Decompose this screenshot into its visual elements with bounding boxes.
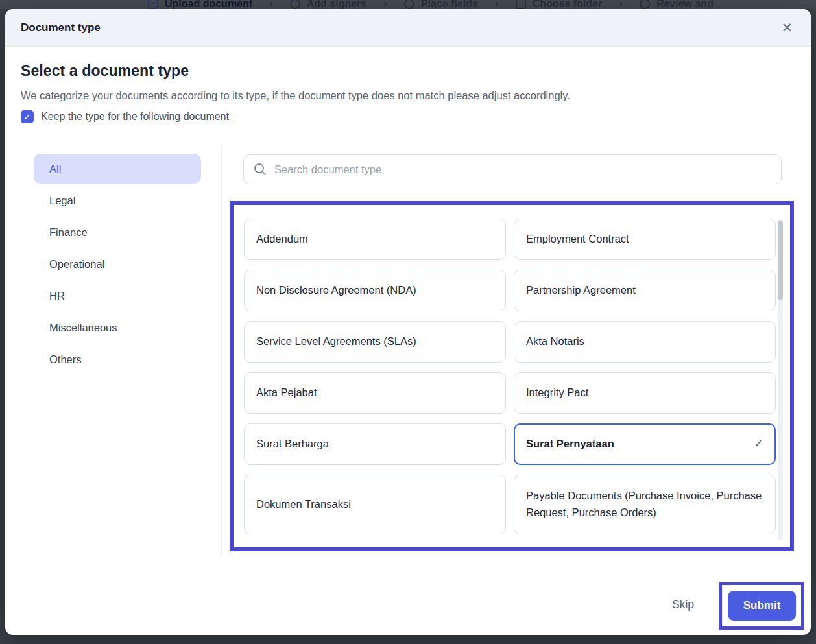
document-type-label: Employment Contract [526,231,629,248]
submit-button[interactable]: Submit [728,591,796,621]
chevron-right-icon: › [269,0,273,9]
category-sidebar: AllLegalFinanceOperationalHRMiscellaneou… [34,154,201,374]
document-type-card-addendum[interactable]: Addendum [244,219,506,260]
document-type-label: Akta Notaris [526,333,584,350]
keep-type-checkbox-row[interactable]: ✓ Keep the type for the following docume… [21,110,229,123]
step-label: Add signers [307,0,366,9]
chevron-right-icon: › [383,0,387,9]
document-type-card-surat-pernyataan[interactable]: Surat Pernyataan✓ [514,423,776,465]
circle-icon [640,0,650,9]
folder-icon [516,0,526,9]
document-type-modal: Document type ✕ Select a document type W… [5,9,811,635]
document-type-label: Integrity Pact [526,385,588,401]
pen-icon [402,0,417,9]
sidebar-item-hr[interactable]: HR [34,281,201,311]
document-type-card-akta-notaris[interactable]: Akta Notaris [514,321,776,363]
document-type-label: Akta Pejabat [256,385,317,401]
skip-button[interactable]: Skip [672,598,694,612]
step-add-signers: Add signers [290,0,366,9]
sidebar-item-others[interactable]: Others [34,344,201,374]
checkbox-checked-icon[interactable]: ✓ [21,110,34,123]
document-type-label: Dokumen Transaksi [256,496,351,513]
search-box[interactable] [243,154,782,184]
document-type-label: Partnership Agreement [526,282,636,299]
sidebar-item-miscellaneous[interactable]: Miscellaneous [34,313,201,342]
document-type-label: Non Disclosure Agreement (NDA) [256,282,416,299]
modal-title: Document type [21,21,101,34]
document-type-card-service-level-agreements-slas[interactable]: Service Level Agreements (SLAs) [244,321,506,363]
document-type-card-surat-berharga[interactable]: Surat Berharga [244,423,506,465]
step-choose-folder: Choose folder [516,0,603,9]
document-type-card-non-disclosure-agreement-nda[interactable]: Non Disclosure Agreement (NDA) [244,270,506,311]
document-type-card-payable-documents-purchase-invoice-purch[interactable]: Payable Documents (Purchase Invoice, Pur… [514,475,776,534]
page-title: Select a document type [21,62,189,80]
background-stepper-strip: Upload document›Add signers›Place fields… [0,0,816,9]
document-type-label: Service Level Agreements (SLAs) [256,333,416,350]
document-type-card-akta-pejabat[interactable]: Akta Pejabat [244,372,506,414]
step-label: Upload document [165,0,252,9]
screen: Upload document›Add signers›Place fields… [0,0,816,644]
step-label: Choose folder [533,0,603,9]
divider [221,147,222,554]
document-type-card-employment-contract[interactable]: Employment Contract [514,219,776,260]
document-type-label: Surat Berharga [256,436,329,453]
document-type-card-partnership-agreement[interactable]: Partnership Agreement [514,270,776,311]
sidebar-item-legal[interactable]: Legal [34,185,201,215]
search-icon [253,162,267,176]
workflow-stepper: Upload document›Add signers›Place fields… [148,0,714,9]
person-icon [290,0,300,9]
search-input[interactable] [274,163,772,176]
step-place-fields: Place fields [404,0,478,9]
sidebar-item-operational[interactable]: Operational [34,249,201,279]
document-type-list: AddendumEmployment ContractNon Disclosur… [244,219,776,534]
sidebar-item-finance[interactable]: Finance [34,217,201,247]
check-icon: ✓ [754,435,763,453]
document-icon [148,0,158,9]
chevron-right-icon: › [495,0,499,9]
chevron-right-icon: › [619,0,623,9]
scrollbar[interactable] [778,219,783,540]
scrollbar-thumb[interactable] [778,221,783,300]
subtitle-text: We categorize your documents according t… [21,89,570,102]
step-label: Review and [656,0,714,9]
document-type-card-dokumen-transaksi[interactable]: Dokumen Transaksi [244,475,506,534]
modal-header: Document type ✕ [5,9,811,47]
document-type-label: Surat Pernyataan [526,436,614,453]
keep-type-label: Keep the type for the following document [41,111,229,123]
document-type-card-integrity-pact[interactable]: Integrity Pact [514,372,776,414]
step-review-and: Review and [640,0,714,9]
close-icon[interactable]: ✕ [781,21,793,34]
document-type-label: Payable Documents (Purchase Invoice, Pur… [526,488,763,521]
document-type-label: Addendum [256,231,308,248]
step-label: Place fields [421,0,478,9]
step-upload-document: Upload document [148,0,252,9]
sidebar-item-all[interactable]: All [34,154,201,184]
